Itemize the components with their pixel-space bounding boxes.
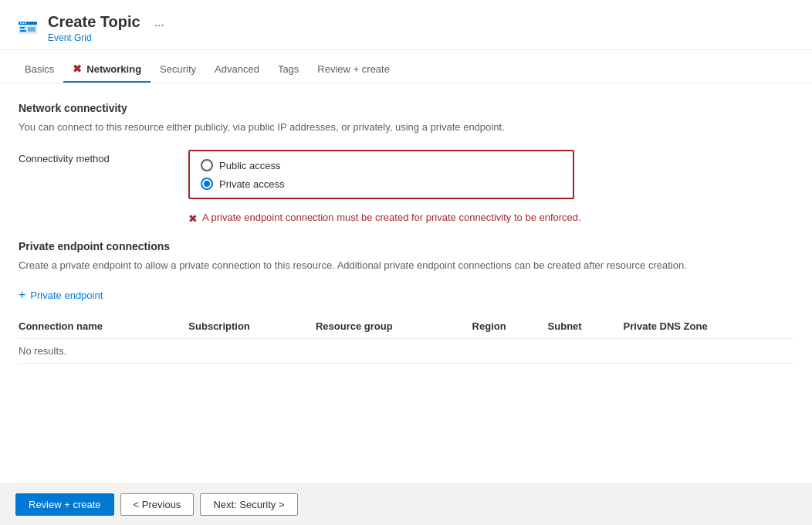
col-connection-name: Connection name [19, 314, 188, 339]
endpoints-table: Connection name Subscription Resource gr… [19, 314, 793, 364]
connectivity-method-row: Connectivity method Public access Privat… [19, 150, 793, 199]
page-header: Create Topic Event Grid ... [0, 0, 812, 50]
table-row: No results. [19, 339, 793, 364]
svg-rect-3 [20, 30, 26, 32]
add-icon: + [19, 288, 25, 302]
private-access-radio[interactable] [201, 178, 213, 190]
next-security-button[interactable]: Next: Security > [200, 493, 297, 516]
tab-security[interactable]: Security [151, 57, 205, 83]
col-subnet: Subnet [548, 314, 624, 339]
page-title: Create Topic [48, 12, 140, 31]
title-block: Create Topic Event Grid [48, 12, 140, 43]
tab-security-label: Security [160, 63, 196, 75]
tab-advanced[interactable]: Advanced [205, 57, 269, 83]
private-access-label: Private access [219, 178, 285, 190]
validation-message-text: A private endpoint connection must be cr… [202, 212, 581, 223]
private-endpoints-desc: Create a private endpoint to allow a pri… [19, 259, 793, 273]
validation-error-icon: ✖ [188, 212, 198, 225]
svg-rect-4 [28, 27, 36, 32]
validation-message: ✖ A private endpoint connection must be … [188, 212, 793, 225]
tabs-bar: Basics ✖ Networking Security Advanced Ta… [0, 56, 812, 83]
tab-advanced-label: Advanced [215, 63, 259, 75]
private-endpoints-title: Private endpoint connections [19, 240, 793, 252]
tab-basics[interactable]: Basics [15, 57, 63, 83]
event-grid-icon [15, 15, 40, 40]
col-resource-group: Resource group [316, 314, 472, 339]
add-private-endpoint-label: Private endpoint [30, 290, 103, 301]
public-access-radio[interactable] [201, 159, 213, 171]
private-access-option[interactable]: Private access [201, 178, 562, 190]
previous-button[interactable]: < Previous [120, 493, 195, 516]
tab-networking-label: Networking [86, 63, 141, 75]
review-create-button[interactable]: Review + create [15, 493, 114, 516]
page-subtitle: Event Grid [48, 32, 140, 43]
tab-review-create[interactable]: Review + create [308, 57, 399, 83]
tab-basics-label: Basics [25, 63, 54, 75]
col-subscription: Subscription [188, 314, 316, 339]
network-connectivity-desc: You can connect to this resource either … [19, 120, 793, 134]
col-private-dns-zone: Private DNS Zone [624, 314, 793, 339]
connectivity-options-box: Public access Private access [188, 150, 574, 199]
connectivity-method-label: Connectivity method [19, 150, 188, 164]
tab-networking[interactable]: ✖ Networking [63, 56, 151, 83]
main-content: Network connectivity You can connect to … [0, 83, 812, 483]
tab-networking-error-icon: ✖ [73, 63, 82, 75]
network-connectivity-title: Network connectivity [19, 102, 793, 114]
tab-tags-label: Tags [278, 63, 299, 75]
tab-review-create-label: Review + create [317, 63, 390, 75]
more-options-button[interactable]: ... [154, 15, 164, 29]
col-region: Region [472, 314, 548, 339]
public-access-option[interactable]: Public access [201, 159, 562, 171]
public-access-label: Public access [219, 160, 280, 171]
svg-rect-2 [20, 27, 25, 29]
footer: Review + create < Previous Next: Securit… [0, 483, 812, 525]
add-private-endpoint-button[interactable]: + Private endpoint [19, 288, 793, 302]
tab-tags[interactable]: Tags [269, 57, 308, 83]
no-results-text: No results. [19, 339, 793, 364]
